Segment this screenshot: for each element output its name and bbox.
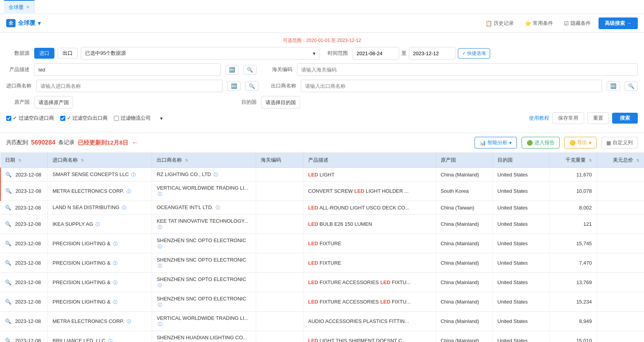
date-from-input[interactable] [353, 47, 399, 59]
brand-dropdown-icon[interactable]: ▾ [38, 20, 41, 27]
exporter-info-icon[interactable]: ⓘ [214, 172, 218, 177]
tab-close-icon[interactable]: ✕ [26, 5, 30, 10]
source-select[interactable]: 已选中95个数据源 ▾ [81, 47, 320, 59]
favorite-btn[interactable]: ⭐ 常用条件 [522, 18, 556, 28]
exporter-name[interactable]: SHENZHEN SNC OPTO ELECTRONIC [157, 296, 246, 302]
search-btn[interactable]: 搜索 [612, 113, 638, 124]
exporter-sort-icon[interactable]: ⇅ [185, 158, 188, 162]
filter1-checkbox[interactable]: ✓ 过滤空白进口商 [6, 115, 54, 122]
filter2-input[interactable] [60, 116, 65, 121]
export-tab-btn[interactable]: 出口 [58, 48, 78, 59]
hidden-btn[interactable]: ☑ 隐藏条件 [561, 18, 594, 28]
enter-report-btn[interactable]: 🟢 进入报告 [522, 137, 560, 148]
importer-name[interactable]: PRECISION LIGHTING & [52, 279, 110, 285]
product-input[interactable] [34, 63, 221, 76]
importer-info-icon[interactable]: ⓘ [131, 172, 136, 177]
importer-info-icon[interactable]: ⓘ [127, 189, 131, 194]
exporter-translate-icon[interactable]: 🔤 [607, 81, 620, 91]
row-search-icon[interactable]: 🔍 [5, 172, 12, 178]
save-favorite-btn[interactable]: 保存常用 [552, 112, 584, 124]
row-search-icon[interactable]: 🔍 [5, 260, 11, 266]
custom-columns-btn[interactable]: ▦ 自定义列 [601, 137, 638, 148]
tab-global[interactable]: 全球覆 ✕ [4, 0, 35, 14]
row-search-icon[interactable]: 🔍 [5, 338, 11, 342]
importer-name[interactable]: SMART SENSE CONCEPTS LLC [52, 171, 129, 177]
export-btn[interactable]: 🟡 导出 ▾ [564, 137, 597, 148]
col-header-weight[interactable]: 千克重量 ⇅ [549, 153, 597, 168]
value-sort-icon[interactable]: ⇅ [636, 158, 639, 162]
filter3-checkbox[interactable]: 过滤物流公司 [114, 115, 151, 122]
exporter-name[interactable]: SHENZHEN SNC OPTO ELECTRONIC [157, 257, 246, 263]
importer-info-icon[interactable]: ⓘ [127, 319, 131, 324]
exporter-info-icon[interactable]: ⓘ [158, 322, 162, 326]
col-header-date[interactable]: 日期 ⇅ [0, 153, 48, 168]
product-translate-icon[interactable]: 🔤 [225, 65, 239, 75]
filter1-input[interactable] [6, 116, 11, 121]
destination-select[interactable]: 请选择目的国 [261, 96, 300, 108]
importer-info-icon[interactable]: ⓘ [113, 280, 117, 285]
importer-info-icon[interactable]: ⓘ [122, 205, 126, 210]
exporter-name[interactable]: RZ LIGHTING CO., LTD [157, 171, 211, 177]
importer-info-icon[interactable]: ⓘ [96, 222, 100, 227]
chart-icon: 📊 [480, 140, 486, 146]
import-tab-btn[interactable]: 进口 [34, 48, 54, 59]
importer-info-icon[interactable]: ⓘ [113, 241, 117, 246]
importer-name[interactable]: METRA ELECTRONICS CORP. [52, 188, 124, 194]
hscode-input[interactable] [297, 63, 638, 76]
row-search-icon[interactable]: 🔍 [5, 241, 11, 246]
row-search-icon[interactable]: 🔍 [5, 188, 12, 194]
exporter-info-icon[interactable]: ⓘ [158, 192, 162, 196]
importer-info-icon[interactable]: ⓘ [113, 300, 117, 304]
date-sort-icon[interactable]: ⇅ [18, 158, 21, 162]
importer-info-icon[interactable]: ⓘ [108, 339, 112, 342]
importer-name[interactable]: METRA ELECTRONICS CORP. [52, 318, 124, 324]
exporter-info-icon[interactable]: ⓘ [158, 225, 162, 229]
exporter-search-icon[interactable]: 🔍 [625, 81, 638, 91]
importer-input[interactable] [36, 80, 223, 92]
importer-name[interactable]: LAND N SEA DISTRIBUTING [52, 204, 119, 210]
exporter-name[interactable]: VERTICAL WORLDWIDE TRADING LI... [157, 315, 248, 321]
exporter-name[interactable]: SHENZHEN SNC OPTO ELECTRONIC [157, 237, 246, 243]
importer-search-icon[interactable]: 🔍 [245, 81, 258, 91]
advanced-search-btn[interactable]: 高级搜索 → [599, 17, 638, 29]
exporter-name[interactable]: VERTICAL WORLDWIDE TRADING LI... [157, 185, 248, 191]
date-to-input[interactable] [409, 47, 456, 59]
importer-translate-icon[interactable]: 🔤 [227, 81, 241, 91]
row-search-icon[interactable]: 🔍 [5, 205, 11, 211]
exporter-name[interactable]: SHENZHEN HUADIAN LIGHTING CO... [157, 335, 247, 340]
row-search-icon[interactable]: 🔍 [5, 279, 11, 285]
filter-expand-icon[interactable]: ▾ [157, 114, 166, 123]
importer-name[interactable]: BRILLIANCE LED, LLC [52, 338, 105, 342]
product-search-icon[interactable]: 🔍 [243, 65, 257, 75]
row-search-icon[interactable]: 🔍 [5, 221, 11, 227]
importer-name[interactable]: PRECISION LIGHTING & [52, 299, 110, 305]
importer-info-icon[interactable]: ⓘ [113, 261, 117, 265]
row-search-icon[interactable]: 🔍 [5, 299, 11, 305]
history-btn[interactable]: 📋 历史记录 [482, 18, 517, 28]
exporter-info-icon[interactable]: ⓘ [158, 263, 162, 268]
reset-btn[interactable]: 重置 [587, 112, 609, 124]
col-header-value[interactable]: 美元总价 ⇅ [597, 153, 644, 168]
exporter-info-icon[interactable]: ⓘ [158, 302, 162, 307]
weight-sort-icon[interactable]: ⇅ [589, 158, 592, 162]
exporter-info-icon[interactable]: ⓘ [158, 244, 162, 249]
exporter-name[interactable]: OCEANGATE INT'L LTD. [157, 204, 213, 210]
filter2-checkbox[interactable]: ✓ 过滤空白出口商 [60, 115, 108, 122]
origin-select[interactable]: 请选择原产国 [34, 96, 73, 108]
importer-name[interactable]: IKEA SUPPLY AG [52, 221, 93, 227]
exporter-input[interactable] [301, 80, 602, 92]
exporter-info-icon[interactable]: ⓘ [216, 205, 220, 210]
importer-sort-icon[interactable]: ⇅ [81, 158, 84, 162]
exporter-name[interactable]: SHENZHEN SNC OPTO ELECTRONIC [157, 276, 246, 282]
filter3-input[interactable] [114, 116, 119, 121]
col-header-exporter[interactable]: 出口商名称 ⇅ [152, 153, 256, 168]
smart-analysis-btn[interactable]: 📊 智能分析 ▾ [475, 137, 517, 148]
importer-name[interactable]: PRECISION LIGHTING & [52, 260, 110, 266]
exporter-info-icon[interactable]: ⓘ [158, 283, 162, 288]
col-header-importer[interactable]: 进口商名称 ⇅ [48, 153, 152, 168]
row-search-icon[interactable]: 🔍 [5, 318, 11, 324]
quick-select-btn[interactable]: ✓ 快捷选项 [458, 48, 490, 59]
importer-name[interactable]: PRECISION LIGHTING & [52, 241, 110, 246]
use-guide-link[interactable]: 使用教程 [529, 115, 549, 122]
exporter-name[interactable]: KEE TAT INNOVATIVE TECHNOLOGY... [157, 218, 248, 224]
